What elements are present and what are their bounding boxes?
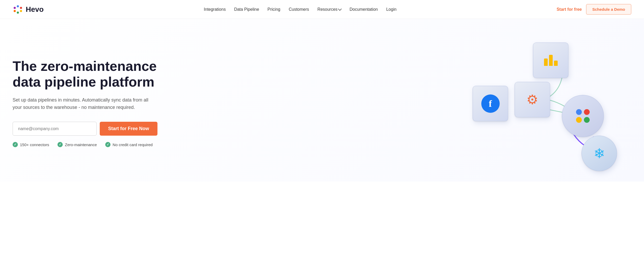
nav-documentation[interactable]: Documentation — [350, 7, 378, 12]
hero-section: The zero-maintenance data pipeline platf… — [0, 19, 644, 182]
nav-login[interactable]: Login — [386, 7, 397, 12]
logo-text: Hevo — [26, 5, 44, 14]
svg-point-4 — [14, 10, 16, 12]
nav-links: Integrations Data Pipeline Pricing Custo… — [204, 7, 397, 12]
badge-connectors: 150+ connectors — [13, 142, 49, 147]
badge-connectors-label: 150+ connectors — [20, 142, 49, 147]
check-icon-no-credit-card — [105, 142, 110, 147]
gds-bars-icon — [544, 55, 558, 66]
nav-data-pipeline[interactable]: Data Pipeline — [234, 7, 259, 12]
facebook-icon: f — [481, 94, 500, 113]
svg-point-1 — [20, 7, 22, 9]
hero-form: Start for Free Now — [13, 122, 175, 136]
svg-point-5 — [14, 7, 16, 9]
nav-resources-dropdown[interactable]: Resources — [318, 7, 341, 12]
hero-illustration: ⚙ f ❄ — [448, 35, 631, 171]
logo-link[interactable]: Hevo — [13, 4, 44, 15]
hero-content: The zero-maintenance data pipeline platf… — [13, 59, 175, 147]
email-input[interactable] — [13, 122, 97, 136]
hubspot-icon: ⚙ — [526, 92, 538, 107]
nav-pricing[interactable]: Pricing — [267, 7, 280, 12]
card-hevo-destination — [562, 95, 604, 137]
badge-zero-maintenance: Zero-maintenance — [57, 142, 97, 147]
hevo-dots-icon — [574, 107, 592, 125]
card-snowflake: ❄ — [582, 136, 617, 171]
check-icon-zero-maintenance — [57, 142, 63, 147]
check-icon-connectors — [13, 142, 18, 147]
card-hubspot: ⚙ — [515, 82, 550, 117]
badge-zero-maintenance-label: Zero-maintenance — [65, 142, 97, 147]
card-google-data-studio — [533, 43, 568, 78]
hero-badges: 150+ connectors Zero-maintenance No cred… — [13, 142, 175, 147]
badge-no-credit-card-label: No credit card required — [113, 142, 153, 147]
svg-point-3 — [17, 12, 19, 14]
hero-title: The zero-maintenance data pipeline platf… — [13, 59, 175, 90]
start-free-now-button[interactable]: Start for Free Now — [100, 122, 157, 136]
nav-customers[interactable]: Customers — [289, 7, 309, 12]
nav-actions: Start for free Schedule a Demo — [557, 4, 631, 15]
svg-point-2 — [20, 10, 22, 12]
nav-start-free-button[interactable]: Start for free — [557, 7, 582, 12]
snowflake-icon: ❄ — [594, 146, 605, 161]
card-facebook: f — [473, 86, 508, 121]
nav-schedule-demo-button[interactable]: Schedule a Demo — [586, 4, 631, 15]
badge-no-credit-card: No credit card required — [105, 142, 153, 147]
nav-integrations[interactable]: Integrations — [204, 7, 226, 12]
hevo-logo-icon — [13, 4, 23, 15]
navbar: Hevo Integrations Data Pipeline Pricing … — [0, 0, 644, 19]
svg-point-0 — [17, 5, 19, 7]
chevron-down-icon — [338, 7, 342, 10]
hero-subtitle: Set up data pipelines in minutes. Automa… — [13, 96, 149, 112]
